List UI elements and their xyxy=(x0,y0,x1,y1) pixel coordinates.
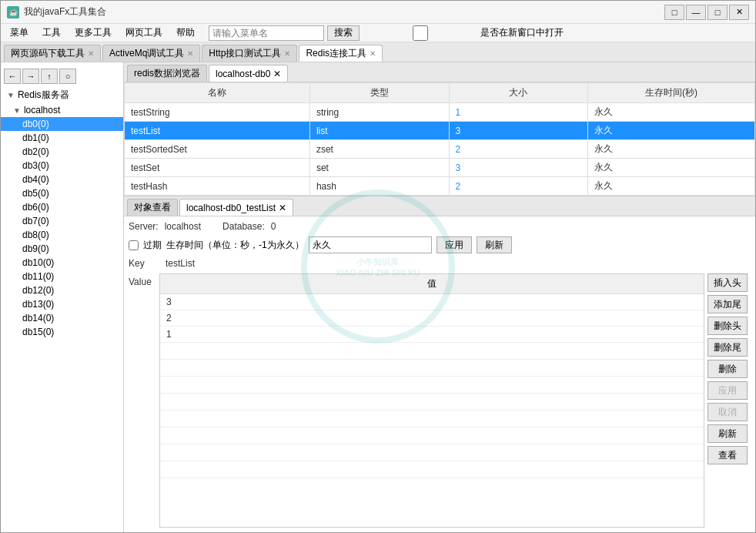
sidebar: ← → ↑ ○ ▼ Redis服务器 ▼ localhost db0(0)db1… xyxy=(1,62,124,532)
sidebar-db-0[interactable]: db0(0) xyxy=(1,117,123,131)
menu-item-help[interactable]: 帮助 xyxy=(170,25,201,42)
val-btn-删除头[interactable]: 删除头 xyxy=(707,317,748,335)
cell-type: zset xyxy=(309,140,449,159)
cell-ttl: 永久 xyxy=(588,177,755,196)
sidebar-db-5[interactable]: db5(0) xyxy=(1,186,123,200)
list-item[interactable]: 2 xyxy=(160,310,704,327)
obj-view-tab-close[interactable]: ✕ xyxy=(279,203,286,213)
maximize-btn[interactable]: □ xyxy=(664,5,684,20)
main-tab-web-download[interactable]: 网页源码下载工具 ✕ xyxy=(4,45,101,62)
main-tab-activemq[interactable]: ActiveMq调试工具 ✕ xyxy=(102,45,200,62)
new-window-checkbox[interactable] xyxy=(363,25,478,41)
sidebar-localhost[interactable]: ▼ localhost xyxy=(1,103,123,117)
ttl-refresh-btn[interactable]: 刷新 xyxy=(477,236,512,253)
cell-size[interactable]: 2 xyxy=(449,177,588,196)
menu-item-more-tools[interactable]: 更多工具 xyxy=(69,25,118,42)
window-controls[interactable]: □ — □ ✕ xyxy=(664,5,749,20)
data-table: 名称 类型 大小 生存时间(秒) testString string 1 永久 … xyxy=(124,82,755,196)
val-btn-查看[interactable]: 查看 xyxy=(707,446,748,464)
sidebar-db-10[interactable]: db10(0) xyxy=(1,256,123,270)
val-btn-删除[interactable]: 删除 xyxy=(707,360,748,378)
ttl-apply-btn[interactable]: 应用 xyxy=(437,236,472,253)
sidebar-db-2[interactable]: db2(0) xyxy=(1,145,123,159)
search-input[interactable] xyxy=(209,25,324,41)
ttl-checkbox[interactable] xyxy=(129,240,139,250)
sidebar-db-15[interactable]: db15(0) xyxy=(1,325,123,339)
sidebar-db-9[interactable]: db9(0) xyxy=(1,242,123,256)
nav-forward-btn[interactable]: → xyxy=(22,69,39,84)
sub-tab-close[interactable]: ✕ xyxy=(273,69,281,79)
restore-btn[interactable]: □ xyxy=(707,5,728,20)
close-btn[interactable]: ✕ xyxy=(729,5,749,20)
value-cell-empty xyxy=(160,461,704,478)
val-btn-插入头[interactable]: 插入头 xyxy=(707,273,748,292)
val-btn-删除尾[interactable]: 删除尾 xyxy=(707,338,748,357)
main-tab-http[interactable]: Http接口测试工具 ✕ xyxy=(202,45,297,62)
cell-name: testHash xyxy=(125,177,310,196)
cell-size[interactable]: 1 xyxy=(449,103,588,122)
tab-label: Redis连接工具 xyxy=(306,47,366,60)
sidebar-db-1[interactable]: db1(0) xyxy=(1,131,123,145)
sidebar-db-14[interactable]: db14(0) xyxy=(1,311,123,325)
list-item[interactable]: 1 xyxy=(160,327,704,343)
sub-tab-browser[interactable]: redis数据浏览器 xyxy=(127,65,207,82)
value-cell-empty xyxy=(160,411,704,427)
sidebar-db-13[interactable]: db13(0) xyxy=(1,297,123,311)
val-btn-应用[interactable]: 应用 xyxy=(707,381,748,400)
table-row[interactable]: testSet set 3 永久 xyxy=(125,159,755,177)
nav-refresh-btn[interactable]: ○ xyxy=(59,69,76,84)
cell-name: testString xyxy=(125,103,310,122)
sidebar-db-12[interactable]: db12(0) xyxy=(1,283,123,297)
cell-size[interactable]: 2 xyxy=(449,140,588,159)
table-row[interactable]: testList list 3 永久 xyxy=(125,122,755,140)
list-item[interactable]: 3 xyxy=(160,294,704,310)
list-item-empty xyxy=(160,360,704,377)
minimize-btn[interactable]: — xyxy=(686,5,706,20)
ttl-unit-label: 生存时间（单位：秒，-1为永久） xyxy=(166,239,304,252)
col-header-type: 类型 xyxy=(309,83,449,103)
key-value: testList xyxy=(166,258,195,269)
tab-close-activemq[interactable]: ✕ xyxy=(187,49,193,58)
sidebar-db-6[interactable]: db6(0) xyxy=(1,200,123,214)
sub-tab-localhost-db0[interactable]: localhost-db0 ✕ xyxy=(209,65,288,82)
nav-up-btn[interactable]: ↑ xyxy=(41,69,58,84)
tab-close-web-download[interactable]: ✕ xyxy=(88,49,94,58)
sidebar-db-3[interactable]: db3(0) xyxy=(1,159,123,173)
data-table-area: 名称 类型 大小 生存时间(秒) testString string 1 永久 … xyxy=(124,82,755,196)
sidebar-db-4[interactable]: db4(0) xyxy=(1,173,123,186)
menu-item-caidan[interactable]: 菜单 xyxy=(4,25,35,42)
menu-item-web-tools[interactable]: 网页工具 xyxy=(119,25,169,42)
val-btn-添加尾[interactable]: 添加尾 xyxy=(707,295,748,313)
search-button[interactable]: 搜索 xyxy=(327,25,360,41)
col-header-size: 大小 xyxy=(449,83,588,103)
value-table-wrap: 值 321 xyxy=(159,273,704,528)
new-window-label[interactable]: 是否在新窗口中打开 xyxy=(363,25,564,41)
tab-close-http[interactable]: ✕ xyxy=(284,49,290,58)
nav-buttons: ← → ↑ ○ xyxy=(1,65,123,87)
col-header-ttl: 生存时间(秒) xyxy=(588,83,755,103)
cell-size[interactable]: 3 xyxy=(449,159,588,177)
value-cell: 1 xyxy=(160,327,704,343)
val-btn-取消[interactable]: 取消 xyxy=(707,403,748,421)
server-db-row: Server: localhost Database: 0 xyxy=(129,221,751,232)
obj-view-tab-testlist[interactable]: localhost-db0_testList ✕ xyxy=(179,199,293,216)
list-item-empty xyxy=(160,444,704,461)
sub-tab-bar: redis数据浏览器 localhost-db0 ✕ xyxy=(124,62,755,82)
sidebar-db-8[interactable]: db8(0) xyxy=(1,228,123,242)
col-header-name: 名称 xyxy=(125,83,310,103)
obj-view-tab-testlist-label: localhost-db0_testList xyxy=(186,203,276,213)
nav-back-btn[interactable]: ← xyxy=(4,69,21,84)
table-row[interactable]: testSortedSet zset 2 永久 xyxy=(125,140,755,159)
table-row[interactable]: testHash hash 2 永久 xyxy=(125,177,755,196)
main-tab-redis[interactable]: Redis连接工具 ✕ xyxy=(299,45,383,62)
sidebar-db-7[interactable]: db7(0) xyxy=(1,214,123,228)
table-row[interactable]: testString string 1 永久 xyxy=(125,103,755,122)
key-row: Key testList xyxy=(129,258,751,269)
value-table: 值 321 xyxy=(160,274,704,478)
sidebar-db-11[interactable]: db11(0) xyxy=(1,270,123,283)
obj-view-tab-view[interactable]: 对象查看 xyxy=(127,199,178,216)
tab-close-redis[interactable]: ✕ xyxy=(370,49,376,58)
menu-item-tools[interactable]: 工具 xyxy=(36,25,67,42)
val-btn-刷新[interactable]: 刷新 xyxy=(707,424,748,443)
ttl-input[interactable] xyxy=(309,236,432,253)
